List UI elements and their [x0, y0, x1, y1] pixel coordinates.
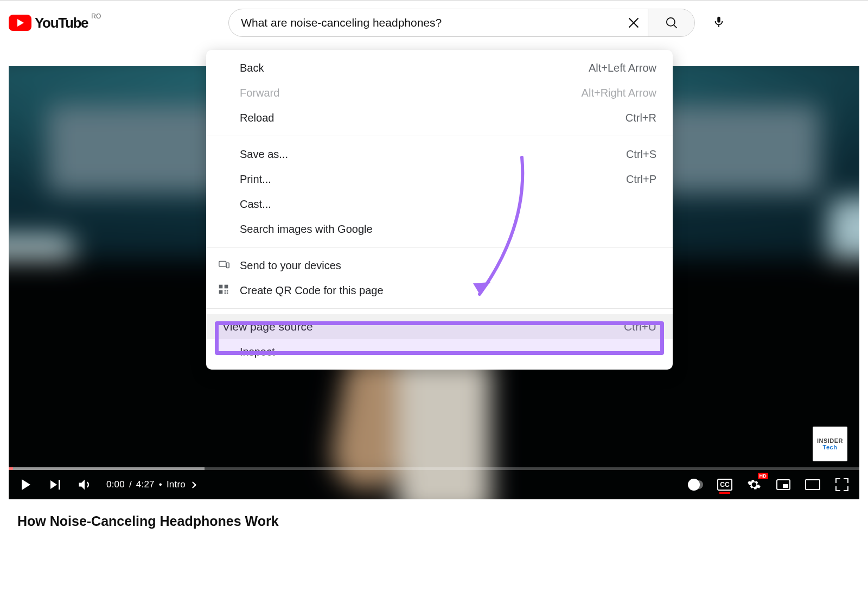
- fullscreen-icon: [835, 478, 848, 491]
- qr-icon: [218, 284, 231, 297]
- search-icon: [665, 16, 679, 30]
- video-title: How Noise-Canceling Headphones Work: [17, 513, 851, 529]
- ctx-back[interactable]: Back Alt+Left Arrow: [206, 55, 673, 80]
- miniplayer-icon: [776, 479, 790, 490]
- svg-rect-8: [219, 290, 223, 294]
- youtube-wordmark: YouTube: [35, 15, 88, 31]
- svg-rect-11: [225, 293, 226, 294]
- subtitles-button[interactable]: CC: [717, 477, 732, 492]
- svg-point-0: [666, 18, 674, 26]
- ctx-cast[interactable]: Cast...: [206, 192, 673, 217]
- theater-icon: [805, 479, 820, 490]
- ctx-search-images[interactable]: Search images with Google: [206, 217, 673, 242]
- miniplayer-button[interactable]: [776, 477, 791, 492]
- channel-watermark[interactable]: INSIDER Tech: [813, 427, 847, 461]
- theater-button[interactable]: [805, 477, 820, 492]
- next-button[interactable]: [48, 477, 63, 492]
- search-input[interactable]: [229, 9, 620, 36]
- close-icon: [628, 17, 640, 29]
- fullscreen-button[interactable]: [834, 477, 850, 492]
- autoplay-icon: [688, 480, 703, 489]
- microphone-icon: [713, 14, 725, 29]
- svg-rect-5: [227, 263, 229, 268]
- chevron-right-icon: [189, 481, 196, 488]
- youtube-logo[interactable]: YouTube RO: [9, 15, 101, 31]
- ctx-create-qr[interactable]: Create QR Code for this page: [206, 278, 673, 303]
- clear-search-button[interactable]: [620, 9, 648, 36]
- volume-icon: [77, 477, 92, 492]
- svg-line-1: [673, 25, 676, 28]
- ctx-forward: Forward Alt+Right Arrow: [206, 80, 673, 105]
- gear-icon: [747, 478, 761, 492]
- search-button[interactable]: [648, 9, 694, 36]
- svg-rect-4: [219, 262, 226, 266]
- ctx-inspect[interactable]: Inspect: [206, 339, 673, 364]
- settings-button[interactable]: HD: [746, 477, 762, 492]
- svg-rect-10: [227, 290, 228, 292]
- svg-rect-12: [227, 293, 228, 294]
- ctx-send-to-devices[interactable]: Send to your devices: [206, 253, 673, 278]
- play-icon: [22, 479, 30, 490]
- svg-rect-7: [225, 285, 228, 289]
- svg-rect-9: [225, 290, 226, 292]
- play-button[interactable]: [18, 477, 34, 492]
- voice-search-button[interactable]: [706, 9, 732, 35]
- hd-badge: HD: [758, 473, 768, 479]
- svg-rect-6: [219, 285, 223, 289]
- ctx-view-page-source[interactable]: View page source Ctrl+U: [206, 314, 673, 339]
- locale-badge: RO: [91, 12, 101, 20]
- searchbar: [228, 9, 695, 37]
- devices-icon: [218, 259, 231, 272]
- player-controls: 0:00 / 4:27 • Intro CC: [9, 470, 859, 499]
- chapter-button[interactable]: Intro: [167, 479, 195, 490]
- browser-context-menu: Back Alt+Left Arrow Forward Alt+Right Ar…: [206, 50, 673, 370]
- mute-button[interactable]: [77, 477, 92, 492]
- time-display: 0:00 / 4:27 • Intro: [106, 479, 195, 490]
- youtube-play-icon: [9, 15, 31, 31]
- svg-rect-2: [717, 17, 720, 23]
- ctx-print[interactable]: Print... Ctrl+P: [206, 167, 673, 192]
- ctx-reload[interactable]: Reload Ctrl+R: [206, 105, 673, 130]
- autoplay-toggle[interactable]: [688, 477, 703, 492]
- ctx-save-as[interactable]: Save as... Ctrl+S: [206, 142, 673, 167]
- cc-icon: CC: [717, 479, 732, 491]
- next-icon: [50, 480, 60, 490]
- topbar: YouTube RO: [0, 0, 868, 45]
